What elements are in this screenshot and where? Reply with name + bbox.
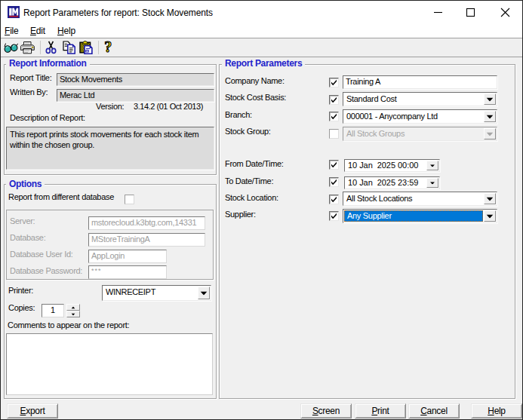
svg-text:?: ? (104, 40, 112, 55)
